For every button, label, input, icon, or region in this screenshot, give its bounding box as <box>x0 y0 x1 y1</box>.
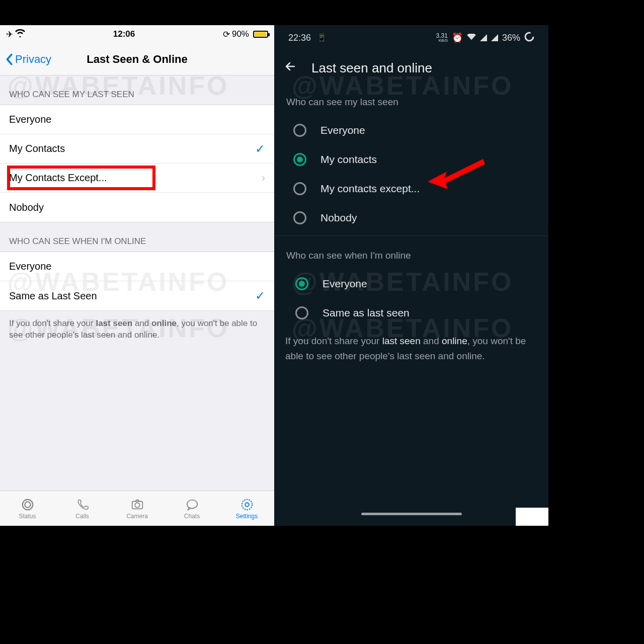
arrow-left-icon <box>284 60 296 72</box>
option-label: Everyone <box>9 261 52 272</box>
option-label: Same as Last Seen <box>9 290 97 302</box>
option-label: Same as last seen <box>323 307 410 319</box>
svg-point-1 <box>25 502 30 507</box>
battery-percent: 36% <box>502 33 520 43</box>
option-same-as-last-seen[interactable]: Same as last seen <box>274 298 548 328</box>
tab-label: Calls <box>75 513 89 520</box>
tab-label: Status <box>19 513 36 520</box>
svg-point-4 <box>187 500 197 508</box>
svg-point-3 <box>135 503 139 507</box>
screenshot-frame: @WABETAINFO @WABETAINFO @WABETAINFO ✈︎ 1… <box>0 25 548 526</box>
android-statusbar: 22:36 📱 3.31 KB/S ⏰ 36% <box>274 25 548 50</box>
chevron-right-icon: › <box>262 172 265 185</box>
back-button[interactable]: Privacy <box>5 53 51 66</box>
svg-point-0 <box>22 499 33 510</box>
clock: 22:36 <box>288 33 311 43</box>
network-speed: 3.31 KB/S <box>436 33 448 42</box>
option-everyone-online[interactable]: Everyone <box>0 252 274 281</box>
ios-pane: @WABETAINFO @WABETAINFO @WABETAINFO ✈︎ 1… <box>0 25 274 526</box>
option-everyone-online[interactable]: Everyone <box>274 269 548 298</box>
back-button[interactable] <box>284 60 296 76</box>
ios-navbar: Privacy Last Seen & Online <box>0 43 274 75</box>
chevron-left-icon <box>5 53 13 65</box>
last-seen-option-list: Everyone My Contacts ✓ My Contacts Excep… <box>0 105 274 222</box>
checkmark-icon: ✓ <box>255 289 265 303</box>
back-label: Privacy <box>15 53 51 66</box>
rotation-lock-icon: ⟳ <box>223 29 230 40</box>
wifi-icon <box>467 33 476 43</box>
android-pane: @WABETAINFO @WABETAINFO @WABETAINFO 22:3… <box>274 25 548 526</box>
option-my-contacts-except[interactable]: My Contacts Except... › <box>0 164 274 193</box>
option-nobody[interactable]: Nobody <box>0 193 274 222</box>
tab-label: Settings <box>236 513 258 520</box>
tabbar: Status Calls Camera Chats Settings <box>0 491 274 526</box>
divider <box>274 235 548 236</box>
signal-icon <box>480 34 487 41</box>
svg-point-7 <box>525 33 533 41</box>
section-header-online: WHO CAN SEE WHEN I'M ONLINE <box>0 222 274 252</box>
section-header-last-seen: WHO CAN SEE MY LAST SEEN <box>0 75 274 105</box>
battery-icon <box>253 31 268 38</box>
tab-status[interactable]: Status <box>0 491 55 526</box>
tab-settings[interactable]: Settings <box>219 491 274 526</box>
option-label: Everyone <box>9 114 52 125</box>
option-label: Nobody <box>9 202 44 213</box>
option-my-contacts[interactable]: My Contacts ✓ <box>0 134 274 164</box>
phone-icon <box>75 498 90 512</box>
option-label: Everyone <box>320 124 365 136</box>
svg-point-6 <box>245 503 249 506</box>
checkmark-icon: ✓ <box>255 142 265 156</box>
tab-label: Chats <box>184 513 200 520</box>
page-title: Last Seen & Online <box>87 53 188 66</box>
airplane-icon: ✈︎ <box>6 29 13 40</box>
android-navbar: Last seen and online <box>274 50 548 86</box>
radio-unchecked-icon <box>295 306 308 319</box>
option-same-as-last-seen[interactable]: Same as Last Seen ✓ <box>0 281 274 310</box>
radio-unchecked-icon <box>293 124 306 137</box>
wifi-icon <box>15 29 25 40</box>
radio-checked-icon <box>293 153 306 166</box>
section-header-online: Who can see when I'm online <box>274 239 548 269</box>
option-everyone[interactable]: Everyone <box>0 105 274 134</box>
android-home-indicator[interactable] <box>274 513 548 526</box>
option-label: My contacts except... <box>320 183 420 195</box>
footer-help-text: If you don't share your last seen and on… <box>274 328 548 370</box>
tab-label: Camera <box>126 513 148 520</box>
signal-icon <box>491 34 498 41</box>
option-label: Nobody <box>320 212 357 224</box>
option-everyone[interactable]: Everyone <box>274 116 548 145</box>
option-label: Everyone <box>323 278 367 290</box>
corner-patch <box>516 508 548 526</box>
option-my-contacts-except[interactable]: My contacts except... <box>274 174 548 203</box>
clock: 12:06 <box>113 29 135 39</box>
tab-calls[interactable]: Calls <box>55 491 110 526</box>
radio-unchecked-icon <box>293 182 306 195</box>
option-label: My contacts <box>320 153 377 166</box>
alarm-icon: ⏰ <box>452 32 463 43</box>
online-option-list: Everyone Same as Last Seen ✓ <box>0 252 274 311</box>
tab-chats[interactable]: Chats <box>165 491 219 526</box>
svg-point-5 <box>242 499 252 510</box>
phone-icon: 📱 <box>317 33 327 42</box>
radio-checked-icon <box>295 277 308 290</box>
tab-camera[interactable]: Camera <box>110 491 165 526</box>
battery-percent: 90% <box>232 29 249 39</box>
section-header-last-seen: Who can see my last seen <box>274 86 548 116</box>
gear-icon <box>239 498 255 512</box>
option-label: My Contacts <box>9 143 65 154</box>
ios-statusbar: ✈︎ 12:06 ⟳ 90% <box>0 25 274 43</box>
chats-icon <box>185 498 200 512</box>
option-nobody[interactable]: Nobody <box>274 203 548 232</box>
footer-help-text: If you don't share your last seen and on… <box>0 311 274 348</box>
spinner-icon <box>524 32 534 44</box>
camera-icon <box>130 498 145 512</box>
status-icon <box>20 498 35 512</box>
radio-unchecked-icon <box>293 211 306 224</box>
page-title: Last seen and online <box>311 60 432 76</box>
option-my-contacts[interactable]: My contacts <box>274 145 548 174</box>
option-label: My Contacts Except... <box>9 172 107 184</box>
